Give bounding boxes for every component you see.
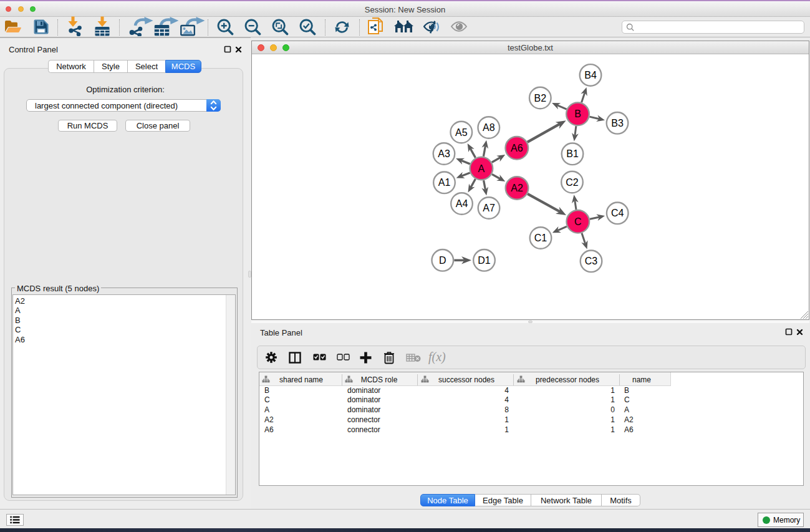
svg-text:A: A <box>478 163 485 174</box>
svg-text:C: C <box>574 216 582 227</box>
svg-text:D1: D1 <box>478 255 491 266</box>
svg-text:B: B <box>574 109 581 119</box>
svg-text:B3: B3 <box>611 118 624 128</box>
svg-text:A7: A7 <box>483 203 495 213</box>
svg-text:C3: C3 <box>585 256 598 266</box>
svg-text:A6: A6 <box>511 143 523 153</box>
svg-text:B2: B2 <box>534 93 547 104</box>
svg-text:A2: A2 <box>511 183 523 193</box>
svg-text:D: D <box>439 255 446 266</box>
svg-text:C2: C2 <box>566 177 579 188</box>
svg-text:A8: A8 <box>483 122 495 133</box>
svg-text:A4: A4 <box>456 198 468 209</box>
svg-text:B1: B1 <box>566 148 579 159</box>
svg-text:B4: B4 <box>584 70 597 80</box>
svg-text:A3: A3 <box>438 148 450 159</box>
svg-text:A1: A1 <box>438 177 451 188</box>
svg-text:A5: A5 <box>455 127 468 138</box>
svg-text:C1: C1 <box>534 233 547 243</box>
svg-text:C4: C4 <box>611 208 624 218</box>
